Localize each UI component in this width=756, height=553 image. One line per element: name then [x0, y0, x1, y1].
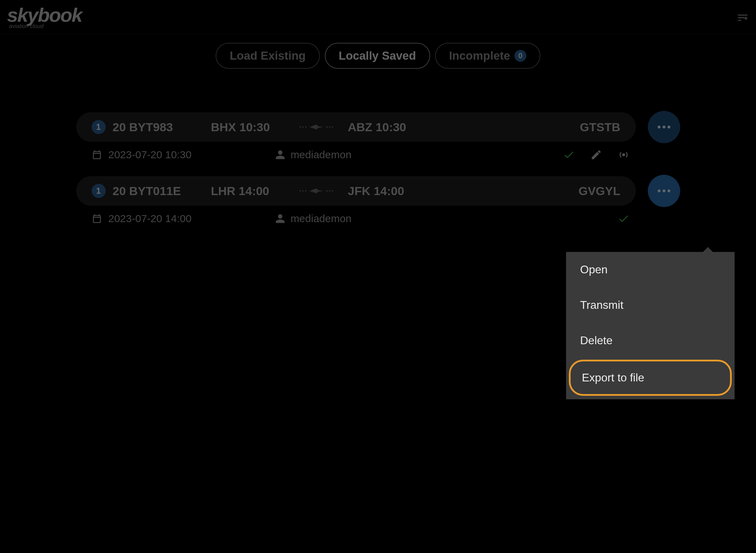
departure: LHR 14:00: [211, 184, 285, 198]
menu-item-delete[interactable]: Delete: [566, 323, 735, 358]
broadcast-icon[interactable]: [618, 149, 630, 161]
flight-id: 20 BYT011E: [113, 184, 211, 198]
tab-label: Locally Saved: [339, 49, 416, 62]
svg-point-13: [326, 190, 328, 192]
menu-item-label: Export to file: [582, 371, 644, 384]
filter-tabs: Load Existing Locally Saved Incomplete 0: [0, 43, 756, 69]
menu-item-transmit[interactable]: Transmit: [566, 287, 735, 323]
svg-point-5: [332, 126, 333, 128]
svg-point-14: [329, 190, 330, 192]
departure: BHX 10:30: [211, 120, 285, 134]
menu-item-label: Open: [580, 263, 607, 276]
tab-locally-saved[interactable]: Locally Saved: [325, 43, 430, 69]
sequence-badge: 1: [92, 184, 106, 198]
menu-item-label: Delete: [580, 334, 613, 347]
flight-row: 1 20 BYT011E LHR 14:00 JFK 14:00 GVGYL: [76, 175, 680, 207]
flight-row: 1 20 BYT983 BHX 10:30 ABZ 10:30 GTSTB: [76, 111, 680, 143]
svg-point-1: [302, 126, 304, 128]
flight-meta: 2023-07-20 14:00 mediademon: [76, 213, 680, 239]
svg-point-15: [332, 190, 333, 192]
flight-id: 20 BYT983: [113, 120, 211, 134]
svg-point-7: [663, 126, 665, 128]
menu-item-export[interactable]: Export to file: [569, 360, 732, 396]
person-icon: [275, 213, 285, 224]
menu-item-label: Transmit: [580, 299, 623, 311]
flight-card[interactable]: 1 20 BYT011E LHR 14:00 JFK 14:00 GVGYL: [76, 176, 636, 206]
tab-label: Incomplete: [449, 49, 510, 62]
tail-number: GTSTB: [580, 120, 620, 134]
svg-point-6: [658, 126, 660, 128]
saved-by-user: mediademon: [290, 149, 351, 161]
check-icon: [618, 213, 630, 225]
svg-point-16: [658, 189, 660, 192]
brand-tagline: aviation cloud: [7, 24, 82, 29]
more-actions-button[interactable]: [648, 175, 680, 207]
person-icon: [275, 149, 285, 160]
app-header: skybook aviation cloud: [0, 0, 756, 34]
brand-name: skybook: [7, 5, 82, 25]
svg-point-10: [300, 190, 301, 192]
tab-load-existing[interactable]: Load Existing: [216, 43, 320, 69]
svg-point-11: [302, 190, 304, 192]
arrival: ABZ 10:30: [348, 120, 422, 134]
calendar-icon: [92, 213, 102, 224]
svg-point-17: [663, 189, 665, 192]
saved-by-user: mediademon: [290, 213, 351, 225]
tab-incomplete[interactable]: Incomplete 0: [435, 43, 540, 69]
settings-icon[interactable]: [736, 11, 749, 24]
saved-date: 2023-07-20 10:30: [109, 149, 192, 161]
brand-logo: skybook aviation cloud: [7, 5, 82, 29]
svg-point-2: [305, 126, 307, 128]
calendar-icon: [92, 149, 102, 160]
menu-item-open[interactable]: Open: [566, 252, 735, 287]
plane-icon: [295, 122, 337, 132]
svg-point-3: [326, 126, 328, 128]
flight-card[interactable]: 1 20 BYT983 BHX 10:30 ABZ 10:30 GTSTB: [76, 112, 636, 142]
svg-point-18: [668, 189, 670, 192]
svg-point-9: [622, 153, 625, 156]
incomplete-count-badge: 0: [514, 50, 526, 62]
check-icon: [563, 149, 575, 161]
saved-date: 2023-07-20 14:00: [109, 213, 192, 225]
actions-menu: Open Transmit Delete Export to file: [566, 252, 735, 399]
svg-point-4: [329, 126, 330, 128]
tab-label: Load Existing: [230, 49, 305, 62]
more-actions-button[interactable]: [648, 111, 680, 143]
tail-number: GVGYL: [578, 184, 620, 198]
svg-point-8: [668, 126, 670, 128]
pencil-icon[interactable]: [590, 149, 602, 161]
flight-meta: 2023-07-20 10:30 mediademon: [76, 149, 680, 175]
flight-list: 1 20 BYT983 BHX 10:30 ABZ 10:30 GTSTB 20…: [76, 111, 680, 239]
svg-point-0: [300, 126, 301, 128]
svg-point-12: [305, 190, 307, 192]
plane-icon: [295, 186, 337, 196]
sequence-badge: 1: [92, 120, 106, 134]
arrival: JFK 14:00: [348, 184, 422, 198]
